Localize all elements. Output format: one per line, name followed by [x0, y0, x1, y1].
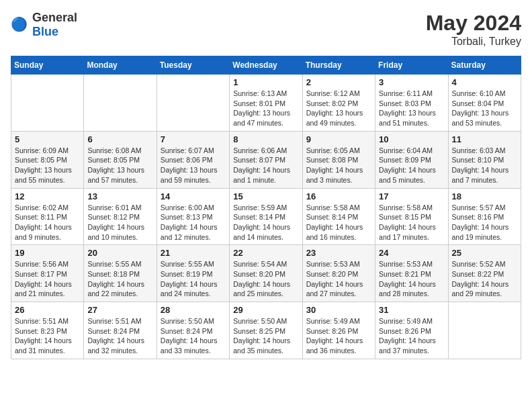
day-number: 30	[306, 305, 371, 315]
calendar-week-4: 19Sunrise: 5:56 AM Sunset: 8:17 PM Dayli…	[11, 245, 521, 302]
calendar-cell: 30Sunrise: 5:49 AM Sunset: 8:26 PM Dayli…	[302, 302, 375, 359]
calendar-cell: 29Sunrise: 5:50 AM Sunset: 8:25 PM Dayli…	[230, 302, 302, 359]
day-number: 25	[452, 248, 517, 258]
day-info: Sunrise: 6:08 AM Sunset: 8:05 PM Dayligh…	[87, 146, 152, 185]
weekday-header-friday: Friday	[375, 56, 448, 75]
calendar-week-2: 5Sunrise: 6:09 AM Sunset: 8:05 PM Daylig…	[11, 131, 521, 188]
calendar-cell	[84, 75, 157, 132]
subtitle: Torbali, Turkey	[426, 36, 521, 48]
day-info: Sunrise: 5:52 AM Sunset: 8:22 PM Dayligh…	[452, 259, 517, 299]
day-info: Sunrise: 6:04 AM Sunset: 8:09 PM Dayligh…	[379, 146, 444, 185]
calendar-cell: 22Sunrise: 5:54 AM Sunset: 8:20 PM Dayli…	[230, 245, 302, 302]
calendar-cell: 5Sunrise: 6:09 AM Sunset: 8:05 PM Daylig…	[11, 131, 84, 188]
day-number: 2	[306, 77, 371, 87]
day-number: 22	[233, 248, 298, 258]
day-info: Sunrise: 6:03 AM Sunset: 8:10 PM Dayligh…	[452, 146, 517, 185]
calendar-cell: 2Sunrise: 6:12 AM Sunset: 8:02 PM Daylig…	[302, 75, 375, 132]
day-number: 19	[15, 248, 80, 258]
main-title: May 2024	[426, 11, 521, 36]
day-number: 13	[87, 191, 152, 201]
calendar-cell: 19Sunrise: 5:56 AM Sunset: 8:17 PM Dayli…	[11, 245, 84, 302]
day-info: Sunrise: 5:58 AM Sunset: 8:15 PM Dayligh…	[379, 203, 444, 242]
day-info: Sunrise: 5:55 AM Sunset: 8:18 PM Dayligh…	[87, 259, 152, 299]
day-number: 18	[452, 191, 517, 201]
calendar-cell: 16Sunrise: 5:58 AM Sunset: 8:14 PM Dayli…	[302, 188, 375, 245]
calendar-cell: 4Sunrise: 6:10 AM Sunset: 8:04 PM Daylig…	[448, 75, 521, 132]
calendar-cell: 26Sunrise: 5:51 AM Sunset: 8:23 PM Dayli…	[11, 302, 84, 359]
calendar-cell: 6Sunrise: 6:08 AM Sunset: 8:05 PM Daylig…	[84, 131, 157, 188]
day-number: 1	[233, 77, 298, 87]
day-info: Sunrise: 6:09 AM Sunset: 8:05 PM Dayligh…	[15, 146, 80, 185]
day-number: 10	[379, 134, 444, 144]
day-info: Sunrise: 5:51 AM Sunset: 8:24 PM Dayligh…	[87, 316, 152, 356]
calendar-cell: 1Sunrise: 6:13 AM Sunset: 8:01 PM Daylig…	[230, 75, 302, 132]
day-info: Sunrise: 5:49 AM Sunset: 8:26 PM Dayligh…	[379, 316, 444, 356]
day-info: Sunrise: 6:01 AM Sunset: 8:12 PM Dayligh…	[87, 203, 152, 242]
day-number: 23	[306, 248, 371, 258]
day-number: 6	[87, 134, 152, 144]
calendar-cell: 23Sunrise: 5:53 AM Sunset: 8:20 PM Dayli…	[302, 245, 375, 302]
day-info: Sunrise: 6:11 AM Sunset: 8:03 PM Dayligh…	[379, 89, 444, 128]
weekday-header-saturday: Saturday	[448, 56, 521, 75]
calendar-cell: 17Sunrise: 5:58 AM Sunset: 8:15 PM Dayli…	[375, 188, 448, 245]
day-number: 16	[306, 191, 371, 201]
calendar-cell: 11Sunrise: 6:03 AM Sunset: 8:10 PM Dayli…	[448, 131, 521, 188]
calendar-cell	[157, 75, 229, 132]
calendar-cell: 31Sunrise: 5:49 AM Sunset: 8:26 PM Dayli…	[375, 302, 448, 359]
calendar-cell: 15Sunrise: 5:59 AM Sunset: 8:14 PM Dayli…	[230, 188, 302, 245]
day-info: Sunrise: 5:50 AM Sunset: 8:24 PM Dayligh…	[161, 316, 226, 356]
day-number: 31	[379, 305, 444, 315]
day-info: Sunrise: 6:10 AM Sunset: 8:04 PM Dayligh…	[452, 89, 517, 128]
calendar-cell: 24Sunrise: 5:53 AM Sunset: 8:21 PM Dayli…	[375, 245, 448, 302]
day-number: 28	[161, 305, 226, 315]
calendar-cell: 25Sunrise: 5:52 AM Sunset: 8:22 PM Dayli…	[448, 245, 521, 302]
weekday-header-row: SundayMondayTuesdayWednesdayThursdayFrid…	[11, 56, 521, 75]
day-info: Sunrise: 5:51 AM Sunset: 8:23 PM Dayligh…	[15, 316, 80, 356]
day-info: Sunrise: 6:05 AM Sunset: 8:08 PM Dayligh…	[306, 146, 371, 185]
calendar-cell: 12Sunrise: 6:02 AM Sunset: 8:11 PM Dayli…	[11, 188, 84, 245]
weekday-header-monday: Monday	[84, 56, 157, 75]
day-number: 4	[452, 77, 517, 87]
calendar-cell: 14Sunrise: 6:00 AM Sunset: 8:13 PM Dayli…	[157, 188, 229, 245]
calendar-week-5: 26Sunrise: 5:51 AM Sunset: 8:23 PM Dayli…	[11, 302, 521, 359]
day-number: 9	[306, 134, 371, 144]
day-info: Sunrise: 6:00 AM Sunset: 8:13 PM Dayligh…	[161, 203, 226, 242]
day-info: Sunrise: 5:57 AM Sunset: 8:16 PM Dayligh…	[452, 203, 517, 242]
day-info: Sunrise: 6:13 AM Sunset: 8:01 PM Dayligh…	[233, 89, 298, 128]
day-number: 7	[161, 134, 226, 144]
calendar-cell: 18Sunrise: 5:57 AM Sunset: 8:16 PM Dayli…	[448, 188, 521, 245]
calendar-cell: 13Sunrise: 6:01 AM Sunset: 8:12 PM Dayli…	[84, 188, 157, 245]
calendar-cell	[448, 302, 521, 359]
day-number: 14	[161, 191, 226, 201]
logo-icon: 🔵	[11, 15, 30, 34]
day-info: Sunrise: 5:55 AM Sunset: 8:19 PM Dayligh…	[161, 259, 226, 299]
day-number: 29	[233, 305, 298, 315]
day-info: Sunrise: 5:59 AM Sunset: 8:14 PM Dayligh…	[233, 203, 298, 242]
day-number: 27	[87, 305, 152, 315]
logo-blue: Blue	[32, 25, 58, 38]
calendar-cell: 7Sunrise: 6:07 AM Sunset: 8:06 PM Daylig…	[157, 131, 229, 188]
calendar-cell: 21Sunrise: 5:55 AM Sunset: 8:19 PM Dayli…	[157, 245, 229, 302]
calendar-cell: 27Sunrise: 5:51 AM Sunset: 8:24 PM Dayli…	[84, 302, 157, 359]
day-info: Sunrise: 6:12 AM Sunset: 8:02 PM Dayligh…	[306, 89, 371, 128]
day-number: 15	[233, 191, 298, 201]
calendar-cell: 10Sunrise: 6:04 AM Sunset: 8:09 PM Dayli…	[375, 131, 448, 188]
day-number: 5	[15, 134, 80, 144]
day-info: Sunrise: 5:53 AM Sunset: 8:20 PM Dayligh…	[306, 259, 371, 299]
day-info: Sunrise: 5:50 AM Sunset: 8:25 PM Dayligh…	[233, 316, 298, 356]
svg-text:🔵: 🔵	[11, 16, 28, 32]
calendar-header: SundayMondayTuesdayWednesdayThursdayFrid…	[11, 56, 521, 75]
weekday-header-tuesday: Tuesday	[157, 56, 229, 75]
logo-general: General	[32, 11, 77, 24]
day-info: Sunrise: 5:58 AM Sunset: 8:14 PM Dayligh…	[306, 203, 371, 242]
calendar-week-3: 12Sunrise: 6:02 AM Sunset: 8:11 PM Dayli…	[11, 188, 521, 245]
day-number: 12	[15, 191, 80, 201]
page-header: 🔵 General Blue May 2024 Torbali, Turkey	[11, 11, 521, 48]
calendar-cell: 28Sunrise: 5:50 AM Sunset: 8:24 PM Dayli…	[157, 302, 229, 359]
day-number: 20	[87, 248, 152, 258]
day-info: Sunrise: 5:54 AM Sunset: 8:20 PM Dayligh…	[233, 259, 298, 299]
calendar-cell: 8Sunrise: 6:06 AM Sunset: 8:07 PM Daylig…	[230, 131, 302, 188]
day-number: 24	[379, 248, 444, 258]
day-info: Sunrise: 6:02 AM Sunset: 8:11 PM Dayligh…	[15, 203, 80, 242]
day-info: Sunrise: 6:06 AM Sunset: 8:07 PM Dayligh…	[233, 146, 298, 185]
